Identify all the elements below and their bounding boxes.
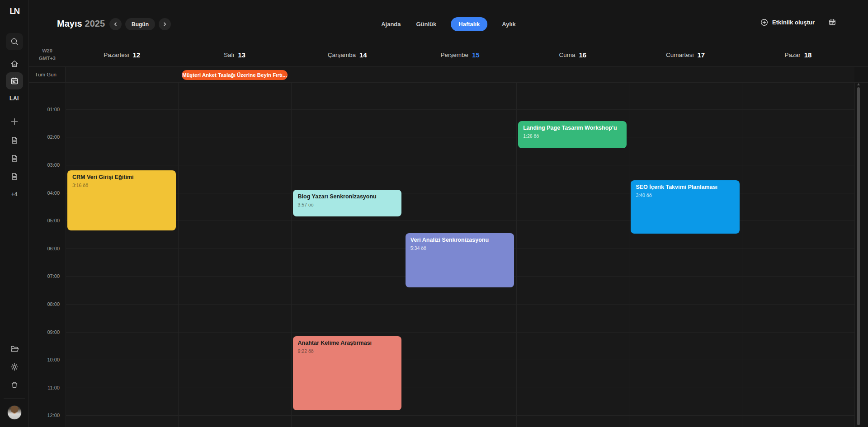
event-time: 3:16 öö: [72, 183, 171, 188]
hour-gridline: [66, 304, 854, 305]
event-time: 3:40 öö: [636, 192, 734, 198]
day-number: 18: [804, 51, 812, 59]
week-header: W20 GMT+3 Pazartesi12Salı13Çarşamba14Per…: [29, 43, 868, 66]
day-header-pazar[interactable]: Pazar18: [742, 43, 854, 66]
view-tabs: AjandaGünlükHaftalıkAylık: [380, 17, 517, 31]
more-documents-badge[interactable]: +4: [11, 191, 18, 197]
day-gridline: [66, 83, 66, 427]
calendar-main: Mayıs2025 Bugün AjandaGünlükHaftalıkAylı…: [29, 0, 868, 427]
hour-gridline: [66, 415, 854, 416]
allday-row: Tüm Gün Müşteri Anket Taslağı Üzerine Be…: [29, 66, 868, 83]
day-gridline: [629, 83, 629, 427]
day-number: 14: [359, 51, 367, 59]
event-title: Veri Analizi Senkronizasyonu: [410, 237, 509, 243]
hour-label: 02:00: [29, 134, 60, 140]
add-icon[interactable]: [10, 117, 19, 126]
tab-ajanda[interactable]: Ajanda: [380, 17, 401, 31]
event-time: 3:57 öö: [298, 202, 396, 207]
app-logo[interactable]: LN: [9, 6, 19, 16]
document-icon[interactable]: [10, 172, 19, 181]
page-title: Mayıs2025: [57, 19, 105, 29]
event-time: 5:34 öö: [410, 245, 509, 251]
event-card[interactable]: Landing Page Tasarım Workshop'u1:26 öö: [518, 121, 627, 148]
scrollbar-arrow[interactable]: [857, 83, 860, 85]
day-number: 12: [132, 51, 140, 59]
day-name: Cumartesi: [666, 52, 694, 58]
day-header-cuma[interactable]: Cuma16: [516, 43, 629, 66]
day-header-perşembe[interactable]: Perşembe15: [404, 43, 516, 66]
topbar-right: Etkinlik oluştur: [760, 18, 836, 26]
settings-icon[interactable]: [10, 362, 19, 371]
hour-label: 11:00: [29, 385, 60, 390]
day-name: Pazar: [784, 52, 800, 58]
event-card[interactable]: CRM Veri Girişi Eğitimi3:16 öö: [67, 170, 176, 230]
prev-week-button[interactable]: [109, 18, 122, 30]
month-label: Mayıs: [57, 19, 82, 28]
event-title: Blog Yazarı Senkronizasyonu: [298, 193, 396, 200]
day-gridline: [854, 83, 855, 427]
mini-calendar-icon[interactable]: [828, 18, 836, 26]
hour-label: 09:00: [29, 329, 60, 335]
tab-haftalık[interactable]: Haftalık: [451, 17, 487, 31]
time-grid: 01:0002:0003:0004:0005:0006:0007:0008:00…: [29, 83, 868, 427]
year-label: 2025: [85, 19, 105, 28]
hour-label: 10:00: [29, 357, 60, 362]
day-header-çarşamba[interactable]: Çarşamba14: [291, 43, 404, 66]
hour-label: 05:00: [29, 218, 60, 223]
day-number: 17: [697, 51, 705, 59]
day-name: Perşembe: [440, 52, 468, 58]
hour-gridline: [66, 332, 854, 333]
event-title: Landing Page Tasarım Workshop'u: [523, 125, 622, 131]
trash-icon[interactable]: [10, 380, 19, 389]
topbar: Mayıs2025 Bugün AjandaGünlükHaftalıkAylı…: [29, 0, 868, 43]
event-card[interactable]: Veri Analizi Senkronizasyonu5:34 öö: [406, 233, 514, 287]
scrollbar-thumb[interactable]: [857, 87, 860, 425]
event-card[interactable]: SEO İçerik Takvimi Planlaması3:40 öö: [631, 180, 739, 234]
calendar-app: LN LAI +4: [0, 0, 868, 427]
event-title: CRM Veri Girişi Eğitimi: [72, 174, 171, 180]
event-title: Anahtar Kelime Araştırması: [298, 340, 396, 346]
home-icon[interactable]: [6, 55, 23, 72]
event-card[interactable]: Anahtar Kelime Araştırması9:22 öö: [293, 336, 401, 410]
sidebar: LN LAI +4: [0, 0, 29, 427]
event-card[interactable]: Blog Yazarı Senkronizasyonu3:57 öö: [293, 190, 401, 216]
day-name: Salı: [224, 52, 234, 58]
hour-gridline: [66, 137, 854, 137]
timezone-label: GMT+3: [29, 55, 66, 62]
tab-günlük[interactable]: Günlük: [415, 17, 438, 31]
folder-icon[interactable]: [10, 344, 19, 353]
hour-label: 08:00: [29, 301, 60, 307]
today-button[interactable]: Bugün: [125, 18, 155, 30]
day-name: Çarşamba: [328, 52, 356, 58]
calendar-icon[interactable]: [6, 72, 23, 89]
day-header-cumartesi[interactable]: Cumartesi17: [629, 43, 741, 66]
date-nav: Bugün: [109, 18, 171, 30]
document-icon[interactable]: [10, 154, 19, 163]
event-time: 9:22 öö: [298, 348, 396, 354]
day-number: 15: [472, 51, 480, 59]
hour-label: 12:00: [29, 413, 60, 418]
hour-gridline: [66, 165, 854, 165]
day-header-salı[interactable]: Salı13: [178, 43, 291, 66]
sidebar-divider: [4, 398, 25, 399]
day-gridline: [404, 83, 404, 427]
day-name: Pazartesi: [104, 52, 129, 58]
hour-gridline: [66, 109, 854, 110]
document-icon[interactable]: [10, 136, 19, 145]
hour-gridline: [66, 360, 854, 360]
day-gridline: [516, 83, 517, 427]
user-avatar[interactable]: [7, 405, 22, 420]
hour-label: 01:00: [29, 107, 60, 112]
event-time: 1:26 öö: [523, 133, 622, 139]
next-week-button[interactable]: [159, 18, 171, 30]
create-event-button[interactable]: Etkinlik oluştur: [760, 19, 815, 26]
ai-assistant-icon[interactable]: LAI: [9, 95, 19, 102]
day-gridline: [742, 83, 742, 427]
hour-label: 04:00: [29, 190, 60, 196]
day-gridline: [178, 83, 179, 427]
day-number: 13: [238, 51, 245, 59]
day-header-pazartesi[interactable]: Pazartesi12: [66, 43, 178, 66]
search-icon[interactable]: [6, 33, 23, 50]
tab-aylık[interactable]: Aylık: [501, 17, 517, 31]
allday-event[interactable]: Müşteri Anket Taslağı Üzerine Beyin Fırt…: [182, 70, 287, 80]
